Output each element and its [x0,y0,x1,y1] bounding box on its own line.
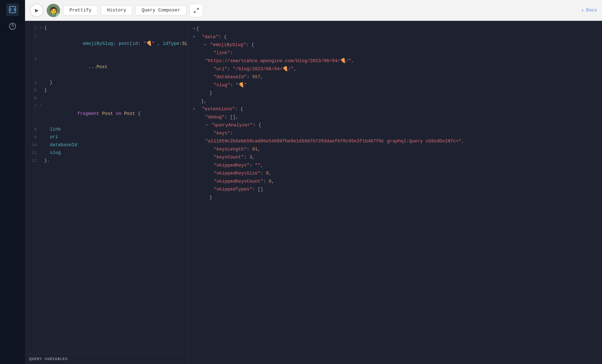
json-line-link: "link": [193,49,597,57]
json-line-queryAnalyzer-key: ▾ "queryAnalyzer": { [193,121,597,129]
docs-link[interactable]: Docs [580,8,597,13]
json-line-keys-value: "a111859c2b5ebb59cad06e54689fbe9e1d59d7b… [193,137,597,146]
main-panel: ▶ 🧑 Prettify History Query Composer Docs [25,0,602,364]
code-editor[interactable]: 1 ▾ { 2 emojiBySlug: post(id: "🍕" , idTy… [25,21,188,354]
code-line-6: 6 [25,94,188,102]
json-line-skippedKeysCount: "skippedKeysCount": 0, [193,178,597,186]
json-line-inner-close: } [193,89,597,97]
docs-label: Docs [586,8,597,13]
json-line-data-close: }, [193,97,597,105]
code-line-11: 11 slug [25,149,188,156]
json-line-skippedKeysSize: "skippedKeysSize": 0, [193,169,597,178]
code-line-4: 4 } [25,79,188,86]
json-line-keys-key: "keys": [193,129,597,138]
code-line-3: 3 ...Post [25,55,188,79]
code-line-1: 1 ▾ { [25,24,188,32]
sidebar-item-graphiql[interactable] [6,3,19,16]
json-line-keysCount: "keysCount": 3, [193,154,597,162]
online-indicator [56,13,59,16]
history-button[interactable]: History [101,5,132,15]
prettify-button[interactable]: Prettify [64,5,98,15]
json-line-skippedKeys: "skippedKeys": "", [193,162,597,170]
sidebar-item-help[interactable] [6,20,19,32]
run-button[interactable]: ▶ [30,4,43,17]
json-line-debug: "debug": [], [193,114,597,122]
json-line-root-open: ▾ { [193,25,597,33]
code-line-8: 8 link [25,125,188,133]
code-line-7: 7 ▾ fragment Post on Post { [25,102,188,125]
json-line-link-value: "https://smartcahce.wpengine.com/blog/20… [193,57,597,65]
json-line-queryAnalyzer-close: } [193,194,597,202]
query-composer-button[interactable]: Query Composer [136,5,186,15]
avatar-button[interactable]: 🧑 [47,4,60,17]
svg-line-4 [194,11,196,12]
code-line-12: 12 }. [25,157,188,165]
json-line-emojiBySlug-key: ▾ "emojiBySlug": { [193,41,597,49]
toolbar: ▶ 🧑 Prettify History Query Composer Docs [25,0,602,21]
json-line-extensions-key: ▾ "extensions": { [193,105,597,114]
query-variables-label: QUERY VARIABLES [29,357,68,361]
code-line-2: 2 emojiBySlug: post(id: "🍕" , idType:SLU… [25,32,188,55]
query-variables-bar[interactable]: QUERY VARIABLES [25,354,188,364]
content-area: 1 ▾ { 2 emojiBySlug: post(id: "🍕" , idTy… [25,21,602,364]
json-line-databaseId: "databaseId": 557, [193,73,597,81]
json-line-slug: "slug": "🍕" [193,81,597,89]
json-line-skippedTypes: "skippedTypes": [] [193,186,597,194]
json-line-data-key: ▾ "data": { [193,33,597,41]
sidebar [0,0,25,364]
code-line-10: 10 databaseId [25,141,188,149]
json-line-uri: "uri": "/blog/2023/08/04/🍕/", [193,65,597,73]
expand-button[interactable] [190,4,203,17]
code-line-9: 9 uri [25,133,188,141]
svg-line-3 [197,8,198,10]
editor-panel: 1 ▾ { 2 emojiBySlug: post(id: "🍕" , idTy… [25,21,188,364]
json-line-keysLength: "keysLength": 91, [193,146,597,154]
response-panel[interactable]: ▾ { ▾ "data": { ▾ "emojiBySlug": { "link… [188,21,602,364]
code-line-5: 5 } [25,86,188,94]
